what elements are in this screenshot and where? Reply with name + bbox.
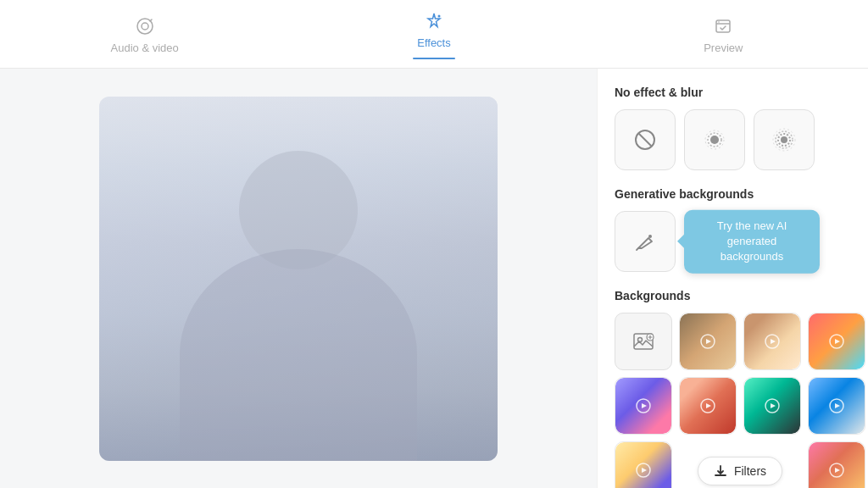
svg-point-14 [648, 235, 652, 238]
generative-title: Generative backgrounds [615, 187, 851, 201]
no-effect-section: No effect & blur [615, 86, 851, 170]
effects-panel: No effect & blur [597, 69, 868, 488]
svg-point-10 [781, 136, 787, 143]
no-effect-btn[interactable] [615, 109, 676, 170]
tab-preview-label: Preview [704, 42, 743, 54]
background-item-3[interactable] [808, 313, 865, 370]
background-item-6[interactable] [743, 377, 801, 435]
tab-effects[interactable]: Effects [383, 12, 485, 59]
svg-line-6 [638, 133, 652, 147]
backgrounds-grid: Filters [615, 313, 851, 488]
bg-thumb-2 [744, 313, 800, 369]
background-item-5[interactable] [679, 377, 737, 435]
bg-thumb-7 [809, 378, 865, 434]
filters-button[interactable]: Filters [698, 457, 782, 485]
bg-thumb-4 [615, 378, 671, 434]
background-item-7[interactable] [808, 377, 865, 435]
effects-icon [425, 12, 443, 33]
bg-thumb-3 [809, 313, 865, 369]
svg-point-7 [710, 136, 719, 144]
generative-tooltip: Try the new AI generated backgrounds [684, 210, 820, 274]
preview-icon [714, 17, 732, 38]
main-content: No effect & blur [0, 69, 868, 488]
background-item-8[interactable] [615, 441, 672, 488]
tab-preview[interactable]: Preview [672, 17, 774, 54]
no-effect-grid [615, 109, 851, 170]
svg-point-4 [719, 21, 721, 23]
background-item-9[interactable] [808, 441, 865, 488]
bg-thumb-8 [615, 442, 671, 488]
bg-thumb-1 [680, 313, 736, 369]
add-background-btn[interactable] [615, 313, 672, 370]
svg-point-1 [142, 23, 148, 30]
filters-label: Filters [734, 464, 766, 478]
generative-btn-wrap: Try the new AI generated backgrounds [615, 211, 676, 272]
blur-light-btn[interactable] [684, 109, 745, 170]
bg-thumb-5 [680, 378, 736, 434]
bg-thumb-9 [809, 442, 865, 488]
video-preview [99, 97, 498, 461]
no-effect-title: No effect & blur [615, 86, 851, 99]
generative-section: Generative backgrounds Try the new AI ge… [615, 187, 851, 272]
person-silhouette [99, 97, 498, 461]
download-icon [714, 464, 727, 478]
bg-thumb-6 [744, 378, 800, 434]
backgrounds-section: Backgrounds [615, 289, 851, 488]
blur-heavy-btn[interactable] [754, 109, 815, 170]
generative-btn[interactable] [615, 211, 676, 272]
backgrounds-title: Backgrounds [615, 289, 851, 302]
tab-effects-label: Effects [417, 36, 451, 49]
background-item-2[interactable] [743, 313, 801, 370]
tab-audio-video[interactable]: Audio & video [94, 17, 196, 54]
background-item-1[interactable] [679, 313, 737, 370]
svg-point-2 [437, 15, 440, 18]
background-item-4[interactable] [615, 377, 672, 435]
audio-video-icon [136, 17, 154, 38]
header-nav: Audio & video Effects Preview [0, 0, 868, 69]
filters-cell: Filters [679, 441, 801, 488]
preview-area [0, 69, 597, 488]
add-background-icon [615, 313, 671, 369]
tab-audio-video-label: Audio & video [111, 42, 179, 54]
